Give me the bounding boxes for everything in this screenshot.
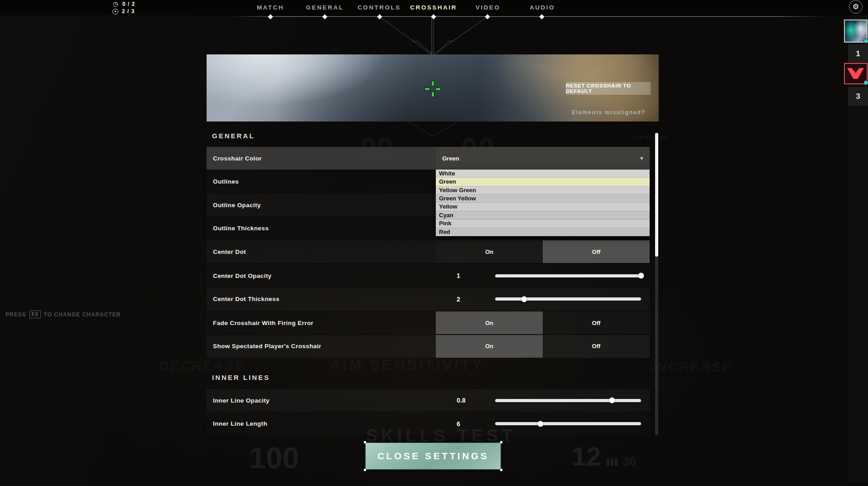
- row-label: Outline Opacity: [207, 194, 436, 216]
- objectives-counters: ◷ 0 / 2 ✦ 2 / 3: [112, 0, 135, 15]
- status-dot-icon: [863, 39, 868, 44]
- toggle-off-button[interactable]: Off: [543, 240, 650, 263]
- f2-key-icon: F2: [29, 311, 41, 318]
- tab-controls[interactable]: CONTROLS: [352, 0, 406, 15]
- toggle-on-button[interactable]: On: [436, 311, 543, 334]
- show-spectated-toggle: On Off: [436, 335, 650, 358]
- section-title-inner-lines: INNER LINES: [212, 374, 270, 381]
- row-show-spectated-crosshair: Show Spectated Player's Crosshair On Off: [207, 335, 650, 358]
- settings-gear-button[interactable]: ⚙: [849, 0, 863, 14]
- section-title-general: GENERAL: [212, 132, 255, 140]
- center-dot-toggle: On Off: [436, 240, 650, 263]
- crosshair-arm-top: [431, 81, 434, 86]
- option-white[interactable]: White: [436, 170, 650, 178]
- slider-thumb[interactable]: [638, 273, 644, 279]
- valorant-logo-card[interactable]: [844, 63, 868, 84]
- status-dot-icon: [863, 80, 868, 85]
- inner-line-length-control: 6: [436, 413, 650, 435]
- settings-tab-bar: MATCH GENERAL CONTROLS CROSSHAIR VIDEO A…: [243, 0, 569, 15]
- settings-scrollbar-thumb[interactable]: [655, 133, 658, 257]
- slot-count: 3: [848, 87, 868, 106]
- chevron-down-icon: [407, 121, 459, 139]
- toggle-off-button[interactable]: Off: [543, 335, 650, 358]
- settings-scrollbar-track[interactable]: [655, 133, 658, 435]
- row-label: Show Spectated Player's Crosshair: [207, 335, 436, 358]
- row-label: Inner Line Length: [207, 413, 436, 435]
- valorant-logo-icon: [847, 67, 864, 80]
- option-green[interactable]: Green: [436, 178, 650, 186]
- ammo-current: 12: [572, 443, 601, 470]
- row-label: Center Dot: [207, 240, 436, 263]
- ammo-reserve: 36: [623, 453, 636, 470]
- row-label: Outlines: [207, 170, 436, 193]
- corner-dot: [500, 441, 502, 443]
- crosshair-color-dropdown: White Green Yellow Green Green Yellow Ye…: [436, 170, 650, 236]
- crosshair-arm-bottom: [431, 92, 434, 97]
- center-dot-thickness-control: 2: [436, 288, 650, 311]
- slider-value: 2: [457, 288, 460, 311]
- row-crosshair-color: Crosshair Color Green ▼: [207, 147, 650, 170]
- row-label: Center Dot Thickness: [207, 288, 436, 311]
- objective-timer: ◷ 0 / 2: [112, 0, 135, 8]
- ammo-bullets-icon: [607, 458, 617, 470]
- fade-crosshair-toggle: On Off: [436, 311, 650, 334]
- toggle-on-button[interactable]: On: [436, 240, 543, 263]
- valorant-settings-screen: 00 00 REMAINING PRESS F2 TO CHANGE CHARA…: [0, 0, 868, 486]
- select-value: Green: [442, 147, 459, 170]
- row-center-dot-thickness: Center Dot Thickness 2: [207, 288, 650, 311]
- row-inner-line-opacity: Inner Line Opacity 0.8: [207, 389, 650, 412]
- crosshair-preview: [424, 80, 442, 98]
- center-dot-thickness-slider[interactable]: [495, 297, 641, 301]
- nav-decor-lines: [0, 15, 868, 61]
- row-label: Center Dot Opacity: [207, 264, 436, 287]
- toggle-on-button[interactable]: On: [436, 335, 543, 358]
- row-center-dot-opacity: Center Dot Opacity 1: [207, 264, 650, 287]
- row-label: Fade Crosshair With Firing Error: [207, 311, 436, 334]
- slider-thumb[interactable]: [537, 421, 543, 427]
- tab-general[interactable]: GENERAL: [298, 0, 352, 15]
- slider-value: 1: [457, 264, 460, 287]
- tab-crosshair[interactable]: CROSSHAIR: [406, 0, 461, 15]
- bg-score-100: 100: [249, 441, 299, 475]
- slider-value: 6: [457, 413, 460, 435]
- option-green-yellow[interactable]: Green Yellow: [436, 194, 650, 203]
- tab-match[interactable]: MATCH: [243, 0, 298, 15]
- row-label: Inner Line Opacity: [207, 389, 436, 412]
- row-label: Outline Thickness: [207, 217, 436, 240]
- tab-underline: [231, 16, 825, 17]
- option-yellow-green[interactable]: Yellow Green: [436, 186, 650, 194]
- inner-line-opacity-slider[interactable]: [495, 399, 641, 402]
- toggle-off-button[interactable]: Off: [543, 311, 650, 334]
- crosshair-preview-panel: RESET CROSSHAIR TO DEFAULT Elements misa…: [207, 54, 659, 122]
- crosshair-arm-right: [435, 87, 441, 91]
- change-character-label: TO CHANGE CHARACTER: [44, 311, 121, 318]
- bg-decrease-label: DECREASE: [159, 358, 245, 374]
- option-yellow[interactable]: Yellow: [436, 203, 650, 211]
- option-red[interactable]: Red: [436, 228, 650, 236]
- objective-orbs: ✦ 2 / 3: [112, 8, 135, 15]
- crosshair-color-select[interactable]: Green ▼: [436, 147, 650, 170]
- tab-video[interactable]: VIDEO: [461, 0, 515, 15]
- bg-increase-label: INCREASE: [651, 359, 733, 374]
- close-settings-button[interactable]: CLOSE SETTINGS: [365, 442, 502, 470]
- option-pink[interactable]: Pink: [436, 219, 650, 228]
- row-center-dot: Center Dot On Off: [207, 240, 650, 263]
- bg-change-character-hint: PRESS F2 TO CHANGE CHARACTER: [5, 311, 121, 318]
- option-cyan[interactable]: Cyan: [436, 211, 650, 219]
- tab-audio[interactable]: AUDIO: [515, 0, 569, 15]
- row-fade-crosshair: Fade Crosshair With Firing Error On Off: [207, 311, 650, 334]
- objective-timer-value: 0 / 2: [122, 1, 135, 7]
- elements-misaligned-link[interactable]: Elements misaligned?: [564, 109, 653, 116]
- slider-thumb[interactable]: [609, 398, 615, 403]
- clock-icon: ◷: [112, 1, 119, 7]
- agent-portrait[interactable]: [844, 19, 868, 43]
- center-dot-opacity-control: 1: [436, 264, 650, 287]
- reset-crosshair-button[interactable]: RESET CROSSHAIR TO DEFAULT: [566, 82, 651, 95]
- corner-dot: [364, 469, 366, 471]
- party-rail: 1 3: [848, 15, 868, 481]
- press-label: PRESS: [5, 311, 26, 318]
- center-dot-opacity-slider[interactable]: [495, 274, 641, 277]
- inner-line-length-slider[interactable]: [495, 422, 641, 425]
- slider-thumb[interactable]: [521, 296, 527, 302]
- bg-remaining-label: REMAINING: [631, 135, 668, 140]
